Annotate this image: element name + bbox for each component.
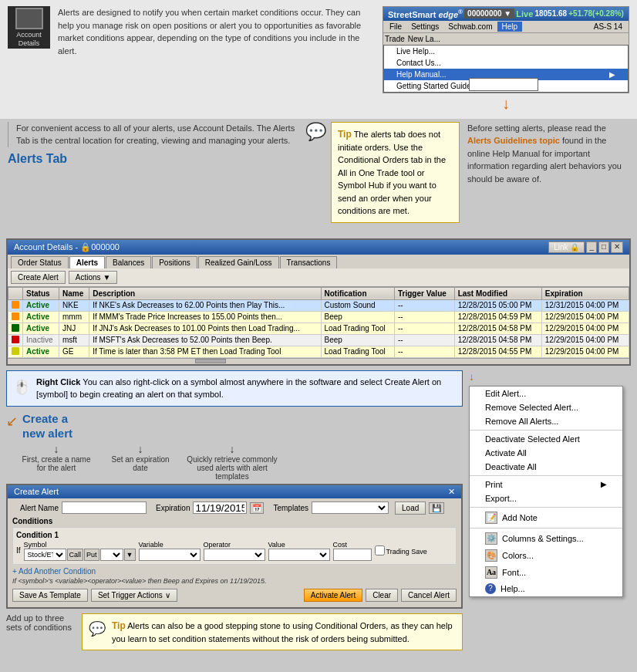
cm-export[interactable]: Export...: [470, 491, 622, 505]
tab-order-status[interactable]: Order Status: [11, 256, 69, 268]
alerts-guidelines-link[interactable]: Alerts Guidelines topic: [467, 136, 560, 145]
value-label: Value: [268, 541, 330, 549]
ca-save-icon-btn[interactable]: 💾: [429, 502, 444, 514]
cancel-alert-btn[interactable]: Cancel Alert: [401, 589, 457, 602]
cm-deactivate-all[interactable]: Deactivate All: [470, 460, 622, 474]
trigger-cell: --: [395, 299, 455, 311]
create-alert-window: Create Alert ✕ Alert Name Expiration 📅 T…: [6, 484, 463, 609]
tab-alerts[interactable]: Alerts: [69, 256, 105, 268]
notif-cell: Custom Sound: [321, 299, 395, 311]
ca-name-input[interactable]: [62, 501, 147, 514]
cm-deactivate-selected[interactable]: Deactivate Selected Alert: [470, 432, 622, 446]
create-alert-btn[interactable]: Create Alert: [11, 271, 66, 284]
aw-toolbar: Create Alert Actions ▼: [8, 268, 629, 287]
dot-cell: [8, 299, 23, 311]
col-description[interactable]: Description: [89, 287, 321, 299]
value-select[interactable]: [268, 549, 330, 561]
col-status[interactable]: Status: [23, 287, 59, 299]
tip-label: Tip: [338, 129, 352, 140]
ss-menu-help[interactable]: Help: [497, 22, 523, 32]
ss-account-dropdown[interactable]: 00000000 ▼: [464, 8, 514, 19]
ca-cal-btn[interactable]: 📅: [250, 502, 264, 514]
table-row[interactable]: Active JNJ If JNJ's Ask Decreases to 101…: [8, 322, 629, 334]
tip-text: The alerts tab does not initiate orders.…: [338, 130, 446, 216]
annotation-2-arrow: ↓: [110, 443, 171, 455]
tab-transactions[interactable]: Transactions: [280, 256, 338, 268]
cm-export-label: Export...: [485, 494, 517, 503]
cm-remove-all[interactable]: Remove All Alerts...: [470, 414, 622, 428]
cm-columns-settings-label: Columns & Settings...: [502, 534, 584, 543]
cm-colors[interactable]: 🎨 Colors...: [470, 547, 622, 564]
ss-newla[interactable]: New La...: [408, 35, 440, 43]
ss-help-live[interactable]: Live Help...: [384, 46, 628, 57]
desc-cell: If NKE's Ask Decreases to 62.00 Points t…: [89, 299, 321, 311]
gear-icon: ⚙️: [485, 532, 497, 545]
ss-menu-schwab[interactable]: Schwab.com: [443, 22, 497, 32]
tab-realized-gain-loss[interactable]: Realized Gain/Loss: [198, 256, 279, 268]
ca-templates-select[interactable]: [312, 501, 389, 514]
operator-select[interactable]: [204, 549, 265, 561]
status-dot: [12, 301, 19, 309]
symbol-dropdown-btn[interactable]: ▼: [124, 549, 136, 561]
table-row[interactable]: Active GE If Time is later than 3:58 PM …: [8, 346, 629, 357]
cost-input[interactable]: [333, 549, 372, 561]
tab-positions[interactable]: Positions: [152, 256, 197, 268]
cm-print[interactable]: Print▶: [470, 478, 622, 491]
ca-load-btn[interactable]: Load: [395, 501, 426, 515]
close-btn[interactable]: ✕: [611, 241, 623, 253]
ca-expiration-input[interactable]: [193, 501, 247, 514]
help-icon: ?: [485, 583, 496, 594]
account-icon-image: [15, 8, 43, 29]
col-name[interactable]: Name: [59, 287, 89, 299]
add-condition-btn[interactable]: + Add Another Condition: [12, 567, 457, 576]
ss-mode: Live: [516, 9, 533, 19]
clear-btn[interactable]: Clear: [366, 589, 398, 602]
col-notification[interactable]: Notification: [321, 287, 395, 299]
cm-activate-all[interactable]: Activate All: [470, 446, 622, 460]
cm-add-note[interactable]: 📝 Add Note: [470, 509, 622, 526]
scrollbar-area[interactable]: [8, 358, 629, 364]
cm-remove-selected[interactable]: Remove Selected Alert...: [470, 400, 622, 414]
symbol-input-select[interactable]: [100, 549, 123, 561]
actions-btn[interactable]: Actions ▼: [69, 271, 117, 284]
col-trigger[interactable]: Trigger Value: [395, 287, 455, 299]
ca-close[interactable]: ✕: [448, 487, 455, 497]
for-convenient-container: For convenient access to all of your ale…: [8, 122, 298, 147]
table-row[interactable]: Inactive msft If MSFT's Ask Decreases to…: [8, 334, 629, 346]
put-btn[interactable]: Put: [84, 549, 99, 561]
symbol-type-select[interactable]: Stock/ETE: [24, 549, 66, 561]
ss-submenu: Online Help: [469, 78, 538, 91]
ss-change: +51.78(+0.28%): [568, 9, 624, 18]
font-icon: Aa: [485, 566, 497, 579]
tab-balances[interactable]: Balances: [106, 256, 151, 268]
aw-titlebar-left: Account Details - 🔒000000: [14, 242, 120, 252]
cm-edit-alert[interactable]: Edit Alert...: [470, 387, 622, 400]
trigger-actions-btn[interactable]: Set Trigger Actions ∨: [91, 589, 177, 602]
table-row[interactable]: Active NKE If NKE's Ask Decreases to 62.…: [8, 299, 629, 311]
ss-help-contact[interactable]: Contact Us...: [384, 57, 628, 69]
trading-save-checkbox[interactable]: [375, 545, 385, 555]
ss-help-manual[interactable]: Help Manual... ▶ Online Help: [384, 69, 628, 80]
right-click-box: 🖱️ Right Click You can also right-click …: [6, 370, 463, 407]
call-btn[interactable]: Call: [67, 549, 84, 561]
table-row[interactable]: Active mmm If MMM's Trade Price Increase…: [8, 311, 629, 322]
ss-menu-settings[interactable]: Settings: [406, 22, 443, 32]
annotation-2-text: Set an expiration date: [110, 455, 171, 472]
save-template-btn[interactable]: Save As Template: [12, 589, 88, 602]
maximize-btn[interactable]: □: [598, 241, 609, 253]
cm-columns-settings[interactable]: ⚙️ Columns & Settings...: [470, 530, 622, 547]
col-expiration[interactable]: Expiration: [541, 287, 629, 299]
ss-trade[interactable]: Trade: [385, 35, 405, 43]
link-btn[interactable]: Link 🔒: [548, 241, 585, 253]
cm-help[interactable]: ? Help...: [470, 581, 622, 596]
variable-select[interactable]: [139, 549, 201, 561]
ss-menu-file[interactable]: File: [385, 22, 406, 32]
col-last-modified[interactable]: Last Modified: [454, 287, 541, 299]
table-container: Status Name Description Notification Tri…: [8, 287, 629, 358]
activate-alert-btn[interactable]: Activate Alert: [304, 589, 362, 602]
ss-online-help[interactable]: Online Help: [470, 79, 538, 90]
minimize-btn[interactable]: _: [586, 241, 597, 253]
cm-font[interactable]: Aa Font...: [470, 564, 622, 581]
scrollbar-thumb[interactable]: [195, 359, 226, 363]
expiration-cell: 12/29/2015 04:00 PM: [541, 346, 629, 357]
